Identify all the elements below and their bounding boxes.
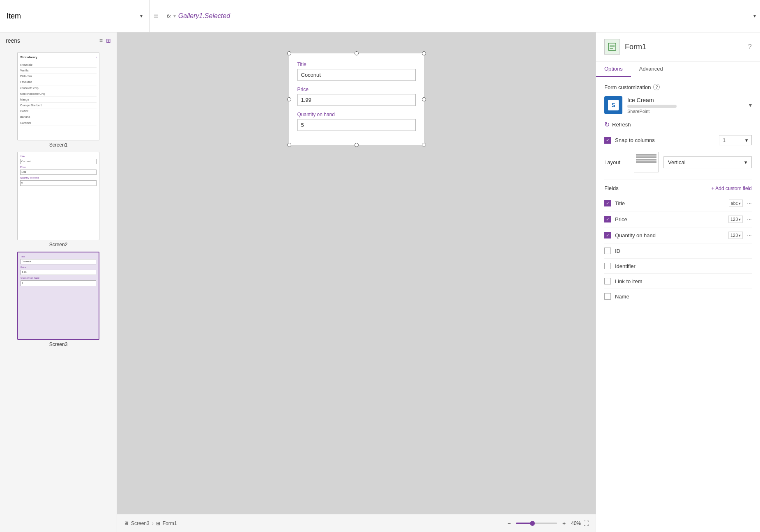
snap-chevron-icon: ▾	[745, 137, 748, 143]
sidebar-icons: ≡ ⊞	[99, 37, 111, 44]
handle-mr[interactable]	[422, 97, 426, 101]
top-bar: Item ▾ = fx ▾ Gallery1.Selected ▾	[0, 0, 760, 32]
handle-bl[interactable]	[287, 143, 291, 147]
refresh-row[interactable]: ↻ Refresh	[604, 121, 752, 128]
field-id-checkbox[interactable]	[604, 248, 611, 254]
handle-tr[interactable]	[422, 51, 426, 55]
fx-area: fx ▾ Gallery1.Selected ▾	[163, 0, 760, 32]
snap-value-select[interactable]: 1 ▾	[719, 135, 752, 145]
handle-tc[interactable]	[355, 51, 359, 55]
field-identifier-checkbox[interactable]	[604, 263, 611, 269]
panel-body: Form customization ? S Ice Cream SharePo…	[596, 77, 760, 532]
field-title-type: abc	[731, 201, 738, 206]
layout-select[interactable]: Vertical ▾	[663, 156, 752, 168]
sidebar-item-screen2[interactable]: Title Coconut Price 1.99 Quantity on han…	[3, 152, 113, 248]
breadcrumb-form[interactable]: Form1	[163, 521, 177, 526]
refresh-icon: ↻	[604, 121, 610, 128]
field-quantity-input[interactable]	[297, 119, 416, 131]
field-price-type-select[interactable]: 123 ▾	[728, 216, 743, 223]
field-row-id: ID	[604, 243, 752, 259]
panel-title: Form1	[625, 43, 646, 51]
layout-chevron-icon: ▾	[744, 159, 747, 165]
layout-row: Layout Vertical ▾	[604, 152, 752, 172]
field-quantity-type-chevron-icon: ▾	[739, 233, 741, 238]
field-quantity-type-select[interactable]: 123 ▾	[728, 232, 743, 239]
zoom-label: 40%	[571, 521, 581, 526]
add-custom-field-button[interactable]: + Add custom field	[712, 186, 752, 191]
form-field-title: Title	[297, 62, 416, 81]
sidebar-item-screen1[interactable]: Strawberry › chocolate Vanilla Pistachio…	[3, 52, 113, 148]
panel-header: Form1 ?	[596, 32, 760, 62]
datasource-type: SharePoint	[627, 109, 744, 114]
field-title-checkbox[interactable]	[604, 200, 611, 206]
field-row-name: Name	[604, 289, 752, 304]
field-title-type-select[interactable]: abc ▾	[729, 200, 743, 207]
grid-view-icon[interactable]: ⊞	[106, 37, 111, 44]
form-canvas[interactable]: Title Price Quantity on hand	[289, 53, 424, 145]
fields-title: Fields	[604, 185, 619, 191]
field-id-name: ID	[615, 248, 752, 254]
field-quantity-checkbox[interactable]	[604, 232, 611, 238]
field-row-quantity: Quantity on hand 123 ▾ ···	[604, 227, 752, 243]
field-price-type-chevron-icon: ▾	[739, 217, 741, 222]
item-dropdown[interactable]: Item ▾	[0, 0, 150, 32]
zoom-minus-button[interactable]: −	[504, 519, 514, 528]
field-price-more-icon[interactable]: ···	[747, 216, 752, 222]
zoom-plus-button[interactable]: +	[560, 519, 569, 528]
field-price-name: Price	[615, 216, 724, 222]
field-price-checkbox[interactable]	[604, 216, 611, 222]
panel-tabs: Options Advanced	[596, 62, 760, 77]
field-name-checkbox[interactable]	[604, 293, 611, 300]
fields-header: Fields + Add custom field	[604, 179, 752, 191]
field-title-name: Title	[615, 200, 725, 206]
sidebar-item-screen3[interactable]: Title Coconut Price 1.99 Quantity on han…	[3, 252, 113, 347]
field-quantity-type: 123	[730, 233, 738, 238]
breadcrumb-sep: ›	[152, 521, 154, 526]
field-row-title: Title abc ▾ ···	[604, 195, 752, 211]
list-view-icon[interactable]: ≡	[99, 37, 103, 44]
handle-br[interactable]	[422, 143, 426, 147]
field-title-more-icon[interactable]: ···	[747, 200, 752, 206]
sidebar-title: reens	[6, 37, 20, 44]
screen1-thumbnail: Strawberry › chocolate Vanilla Pistachio…	[17, 52, 99, 140]
handle-tl[interactable]	[287, 51, 291, 55]
layout-value: Vertical	[668, 159, 686, 165]
tab-options[interactable]: Options	[596, 62, 631, 77]
field-price-input[interactable]	[297, 94, 416, 106]
snap-checkbox[interactable]	[604, 137, 611, 144]
item-dropdown-label: Item	[7, 12, 137, 21]
field-title-type-chevron-icon: ▾	[739, 201, 741, 206]
formula-chevron-icon: ▾	[753, 13, 756, 19]
field-quantity-label: Quantity on hand	[297, 112, 416, 117]
datasource-sub-bar	[627, 105, 677, 108]
field-quantity-more-icon[interactable]: ···	[747, 232, 752, 238]
main-layout: reens ≡ ⊞ Strawberry › chocolate Vanilla…	[0, 32, 760, 532]
expand-icon[interactable]: ⛶	[583, 520, 589, 527]
zoom-slider-track[interactable]	[516, 523, 557, 524]
breadcrumb-screen[interactable]: Screen3	[131, 521, 150, 526]
field-quantity-name: Quantity on hand	[615, 232, 724, 238]
form-field-quantity: Quantity on hand	[297, 112, 416, 131]
fx-icon: fx	[167, 13, 171, 19]
field-title-label: Title	[297, 62, 416, 67]
datasource-name: Ice Cream	[627, 97, 744, 103]
handle-ml[interactable]	[287, 97, 291, 101]
datasource-inner-icon: S	[608, 100, 619, 110]
field-linktoitem-checkbox[interactable]	[604, 278, 611, 284]
fx-formula[interactable]: Gallery1.Selected	[178, 12, 230, 20]
screen3-label: Screen3	[49, 342, 68, 347]
panel-help-icon[interactable]: ?	[748, 43, 752, 50]
handle-bc[interactable]	[355, 143, 359, 147]
sidebar-header: reens ≡ ⊞	[0, 32, 117, 49]
screen1-label: Screen1	[49, 142, 68, 148]
zoom-controls: − + 40% ⛶	[504, 519, 589, 528]
tab-advanced[interactable]: Advanced	[631, 62, 671, 77]
form-customization-help-icon[interactable]: ?	[653, 84, 660, 90]
field-title-input[interactable]	[297, 69, 416, 81]
datasource-chevron-icon[interactable]: ▾	[749, 102, 752, 108]
equals-sign: =	[150, 11, 163, 21]
field-price-type: 123	[730, 217, 738, 222]
fx-separator: ▾	[173, 13, 176, 19]
zoom-slider-thumb[interactable]	[530, 521, 535, 526]
field-price-label: Price	[297, 87, 416, 92]
